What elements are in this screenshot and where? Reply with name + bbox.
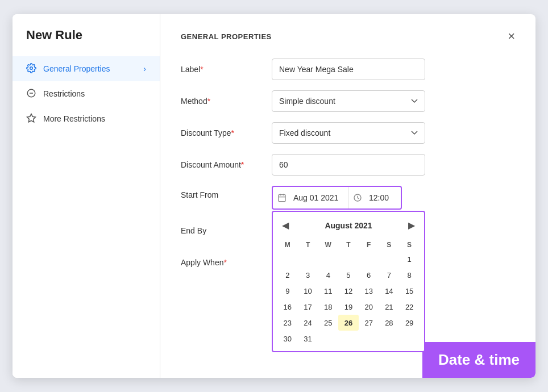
calendar-day[interactable]: 19: [338, 299, 359, 315]
day-header-sat: S: [379, 239, 400, 251]
sidebar-item-general-properties-label: General Properties: [43, 64, 110, 73]
start-from-field-label: Start From: [181, 186, 272, 199]
calendar-day[interactable]: 5: [338, 267, 359, 283]
start-from-row: Start From: [181, 186, 515, 210]
method-select[interactable]: Simple discount Advanced discount: [272, 90, 425, 112]
calendar-day[interactable]: 30: [277, 331, 298, 347]
calendar-next-button[interactable]: ▶: [404, 219, 420, 232]
modal: New Rule General Properties › Restrictio…: [13, 14, 535, 378]
chevron-right-icon: ›: [143, 64, 146, 73]
calendar-day[interactable]: 12: [338, 283, 359, 299]
calendar-day[interactable]: 10: [298, 283, 318, 299]
main-header: GENERAL PROPERTIES ×: [181, 30, 515, 43]
label-row: Label*: [181, 59, 515, 80]
calendar-prev-button[interactable]: ◀: [277, 219, 293, 232]
discount-type-field-label: Discount Type*: [181, 128, 272, 137]
calendar-day[interactable]: 4: [318, 267, 338, 283]
calendar-day: [379, 251, 400, 267]
svg-marker-3: [27, 114, 36, 122]
sidebar-title: New Rule: [13, 28, 160, 56]
calendar-day[interactable]: 6: [359, 267, 379, 283]
main-title: GENERAL PROPERTIES: [181, 32, 272, 41]
start-from-wrapper: ◀ August 2021 ▶ M T W T F S: [272, 186, 402, 210]
calendar-day[interactable]: 1: [399, 251, 420, 267]
clock-icon-button[interactable]: [348, 190, 367, 206]
sidebar-item-restrictions[interactable]: Restrictions: [13, 81, 160, 106]
calendar-day[interactable]: 29: [399, 315, 420, 331]
calendar-day[interactable]: 11: [318, 283, 338, 299]
minus-circle-icon: [26, 88, 38, 99]
day-header-sun: S: [399, 239, 420, 251]
calendar-icon-button[interactable]: [273, 190, 291, 206]
close-button[interactable]: ×: [508, 30, 515, 43]
calendar-day[interactable]: 25: [318, 315, 338, 331]
sidebar-item-general-properties[interactable]: General Properties ›: [13, 56, 160, 81]
calendar-day: [338, 251, 359, 267]
day-header-tue: T: [298, 239, 318, 251]
calendar-day: [298, 251, 318, 267]
svg-point-0: [30, 67, 33, 70]
calendar-day[interactable]: 9: [277, 283, 298, 299]
method-field-label: Method*: [181, 97, 272, 106]
calendar-day: [277, 251, 298, 267]
discount-type-row: Discount Type* Fixed discount Percentage…: [181, 122, 515, 144]
calendar-day[interactable]: 23: [277, 315, 298, 331]
calendar-day[interactable]: 16: [277, 299, 298, 315]
calendar-day: [359, 251, 379, 267]
day-header-fri: F: [359, 239, 379, 251]
sidebar: New Rule General Properties › Restrictio…: [13, 14, 160, 378]
date-time-badge: Date & time: [422, 342, 535, 378]
calendar-day[interactable]: 18: [318, 299, 338, 315]
svg-rect-4: [279, 195, 285, 202]
calendar-day[interactable]: 27: [359, 315, 379, 331]
day-header-wed: W: [318, 239, 338, 251]
calendar-dropdown: ◀ August 2021 ▶ M T W T F S: [272, 211, 425, 352]
label-input[interactable]: [272, 59, 425, 80]
calendar-grid: M T W T F S S 12345678910111213141516171…: [277, 239, 420, 347]
calendar-day: [318, 331, 338, 347]
gear-icon: [26, 63, 38, 74]
day-header-thu: T: [338, 239, 359, 251]
calendar-day: [338, 331, 359, 347]
calendar-day[interactable]: 8: [399, 267, 420, 283]
main-content: GENERAL PROPERTIES × Label* Method* Simp…: [160, 14, 535, 378]
calendar-day: [379, 331, 400, 347]
method-row: Method* Simple discount Advanced discoun…: [181, 90, 515, 112]
calendar-day[interactable]: 2: [277, 267, 298, 283]
calendar-day[interactable]: 22: [399, 299, 420, 315]
calendar-day[interactable]: 15: [399, 283, 420, 299]
calendar-day: [399, 331, 420, 347]
label-field-label: Label*: [181, 65, 272, 74]
star-icon: [26, 113, 38, 124]
discount-type-select[interactable]: Fixed discount Percentage discount: [272, 122, 425, 144]
calendar-day[interactable]: 13: [359, 283, 379, 299]
calendar-day[interactable]: 24: [298, 315, 318, 331]
calendar-day: [318, 251, 338, 267]
calendar-day[interactable]: 20: [359, 299, 379, 315]
sidebar-item-restrictions-label: Restrictions: [43, 89, 85, 98]
calendar-day[interactable]: 26: [338, 315, 359, 331]
calendar-day[interactable]: 3: [298, 267, 318, 283]
sidebar-item-more-restrictions-label: More Restrictions: [43, 114, 105, 123]
apply-when-field-label: Apply When*: [181, 258, 272, 267]
calendar-header: ◀ August 2021 ▶: [277, 216, 420, 234]
date-input-group: [272, 186, 402, 210]
calendar-day[interactable]: 7: [379, 267, 400, 283]
discount-amount-input[interactable]: [272, 154, 425, 176]
discount-amount-field-label: Discount Amount*: [181, 160, 272, 169]
calendar-day[interactable]: 17: [298, 299, 318, 315]
day-header-mon: M: [277, 239, 298, 251]
calendar-month-label: August 2021: [325, 221, 372, 230]
calendar-day[interactable]: 14: [379, 283, 400, 299]
end-by-field-label: End By: [181, 226, 272, 235]
discount-amount-row: Discount Amount*: [181, 154, 515, 176]
calendar-day[interactable]: 21: [379, 299, 400, 315]
calendar-day[interactable]: 31: [298, 331, 318, 347]
time-input[interactable]: [367, 190, 401, 206]
sidebar-item-more-restrictions[interactable]: More Restrictions: [13, 106, 160, 131]
calendar-day: [359, 331, 379, 347]
date-input[interactable]: [291, 190, 348, 206]
calendar-day[interactable]: 28: [379, 315, 400, 331]
